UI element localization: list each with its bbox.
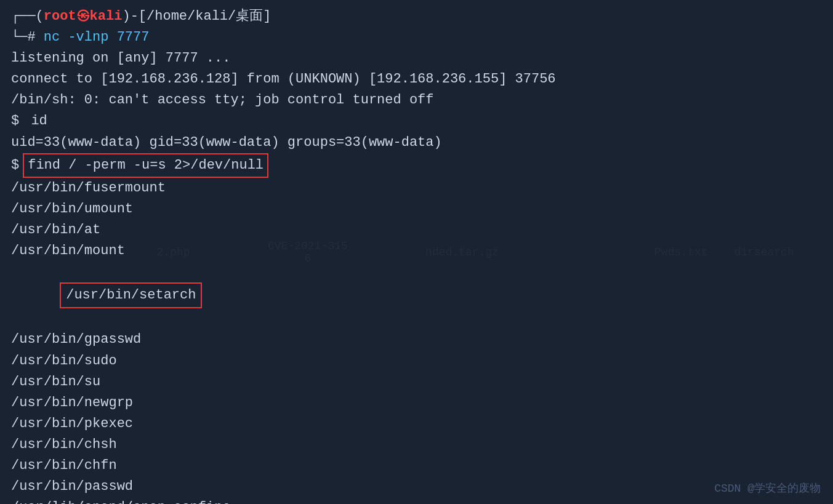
setarch-line: /usr/bin/setarch: [11, 262, 822, 329]
path-chfn: /usr/bin/chfn: [11, 455, 822, 476]
id-command: id: [23, 113, 47, 129]
bracket-open: ┌──(: [11, 6, 44, 27]
dollar-sign: $: [11, 155, 19, 176]
csdn-watermark: CSDN @学安全的废物: [714, 481, 821, 495]
output-line-1: listening on [any] 7777 ...: [11, 48, 822, 69]
path-fusermount: /usr/bin/fusermount: [11, 178, 822, 199]
path-snap-confine: /usr/lib/snapd/snap-confine: [11, 497, 822, 504]
find-command-highlight: find / -perm -u=s 2>/dev/null: [23, 153, 268, 178]
prompt-hash: └─#: [11, 27, 36, 48]
path-gpasswd: /usr/bin/gpasswd: [11, 329, 822, 350]
id-command-line: $ id: [11, 111, 822, 132]
path-su: /usr/bin/su: [11, 372, 822, 393]
nc-command: nc -vlnp 7777: [44, 27, 150, 48]
command-line: └─# nc -vlnp 7777: [11, 27, 822, 48]
path-chsh: /usr/bin/chsh: [11, 434, 822, 455]
setarch-highlight: /usr/bin/setarch: [60, 282, 202, 308]
output-line-3: /bin/sh: 0: can't access tty; job contro…: [11, 90, 822, 111]
path-pkexec: /usr/bin/pkexec: [11, 414, 822, 434]
path-umount: /usr/bin/umount: [11, 199, 822, 220]
uid-output: uid=33(www-data) gid=33(www-data) groups…: [11, 132, 822, 153]
path-mount: /usr/bin/mount: [11, 241, 822, 262]
prompt-line: ┌──(root㉿kali)-[/home/kali/桌面]: [11, 6, 822, 27]
bracket-mid: )-[: [122, 6, 147, 27]
path-passwd: /usr/bin/passwd: [11, 476, 822, 497]
bracket-close: ]: [263, 6, 271, 27]
path-sudo: /usr/bin/sudo: [11, 351, 822, 372]
path-at: /usr/bin/at: [11, 220, 822, 241]
prompt-path: /home/kali/桌面: [147, 6, 263, 27]
find-command-line: $ find / -perm -u=s 2>/dev/null: [11, 153, 822, 178]
output-line-2: connect to [192.168.236.128] from (UNKNO…: [11, 69, 822, 90]
path-newgrp: /usr/bin/newgrp: [11, 393, 822, 414]
prompt-user: root㉿kali: [44, 6, 123, 27]
